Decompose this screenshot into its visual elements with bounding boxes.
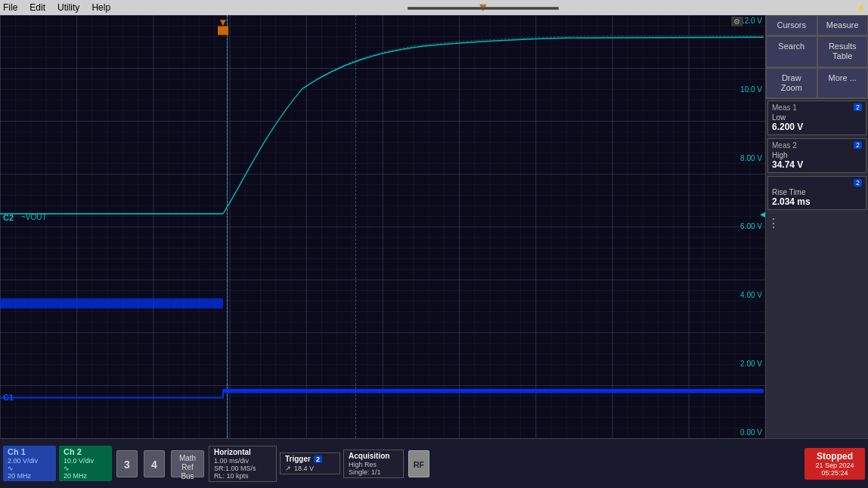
menu-file[interactable]: File: [3, 2, 17, 13]
meas2-label: Meas 2: [772, 141, 797, 150]
horizontal-rl: RL: 10 kpts: [214, 472, 271, 480]
ch2-bw: 20 MHz: [64, 472, 107, 480]
rf-button[interactable]: RF: [408, 450, 429, 477]
math-ref-bus-button[interactable]: Math Ref Bus: [171, 450, 204, 477]
menu-utility[interactable]: Utility: [57, 2, 79, 13]
scope-display: 12.0 V 10.0 V 8.00 V 6.00 V 4.00 V 2.00 …: [0, 15, 765, 438]
svg-rect-1: [223, 389, 764, 394]
ch1-icon: ∿: [8, 465, 51, 472]
acquisition-mode: High Res: [349, 461, 398, 468]
results-table-button[interactable]: Results Table: [817, 36, 869, 66]
dots-menu[interactable]: ⋮: [766, 215, 781, 232]
waveform-display: ▼ ◀: [0, 15, 765, 438]
vout-label: ~VOUT: [21, 213, 47, 221]
menu-bar: File Edit Utility Help ▼ ⚡: [0, 0, 868, 15]
right-panel: Cursors Measure Search Results Table Dra…: [765, 15, 868, 438]
second-button-row: Search Results Table: [766, 36, 868, 67]
ch2-label: C2: [3, 213, 14, 222]
ch1-label: C1: [3, 393, 14, 402]
meas2-value: 34.74 V: [772, 159, 862, 170]
horizontal-info: Horizontal 1.00 ms/div SR:1.00 MS/s RL: …: [209, 446, 277, 482]
ch1-info: Ch 1 2.00 V/div ∿ 20 MHz: [3, 446, 56, 481]
acquisition-info: Single: 1/1: [349, 468, 398, 476]
menu-help[interactable]: Help: [91, 2, 110, 13]
ch1-bw: 20 MHz: [8, 472, 51, 480]
svg-rect-0: [0, 298, 223, 309]
ch2-icon: ∿: [64, 465, 107, 472]
meas1-value: 6.200 V: [772, 122, 862, 132]
draw-zoom-button[interactable]: Draw Zoom: [766, 68, 817, 98]
cursors-button[interactable]: Cursors: [766, 15, 817, 36]
btn4[interactable]: 4: [144, 450, 165, 477]
ch2-vdiv: 10.0 V/div: [64, 457, 107, 465]
meas2-ch-badge: 2: [854, 141, 862, 149]
meas2-box: Meas 2 2 High 34.74 V: [767, 138, 866, 173]
meas3-ch-badge: 2: [854, 179, 862, 187]
scope-icon: ⚡: [856, 4, 865, 12]
stopped-date: 21 Sep 2024: [815, 462, 854, 469]
scope-corner-icon: ⚙: [731, 17, 742, 26]
ch1-vdiv: 2.00 V/div: [8, 457, 51, 465]
acquisition-info: Acquisition High Res Single: 1/1: [343, 449, 404, 478]
btn3[interactable]: 3: [116, 450, 138, 477]
menu-edit[interactable]: Edit: [29, 2, 45, 13]
horizontal-title: Horizontal: [214, 448, 271, 456]
meas2-type: High: [772, 151, 862, 159]
trigger-slope: ↗: [285, 465, 291, 472]
top-button-row: Cursors Measure: [766, 15, 868, 36]
ch2-title: Ch 2: [64, 447, 107, 456]
status-bar: Ch 1 2.00 V/div ∿ 20 MHz Ch 2 10.0 V/div…: [0, 438, 868, 488]
meas3-value: 2.034 ms: [772, 196, 862, 207]
measure-button[interactable]: Measure: [817, 15, 869, 36]
meas1-type: Low: [772, 113, 862, 122]
ch1-title: Ch 1: [8, 447, 51, 456]
stopped-button[interactable]: Stopped 21 Sep 2024 05:25:24: [804, 448, 865, 480]
horizontal-sr: SR:1.00 MS/s: [214, 465, 271, 472]
third-button-row: Draw Zoom More ...: [766, 68, 868, 99]
stopped-label: Stopped: [817, 451, 853, 462]
ch2-info: Ch 2 10.0 V/div ∿ 20 MHz: [59, 446, 112, 481]
meas3-box: 2 Rise Time 2.034 ms: [767, 176, 866, 210]
main-content: 12.0 V 10.0 V 8.00 V 6.00 V 4.00 V 2.00 …: [0, 15, 868, 438]
trigger-title: Trigger: [285, 455, 311, 463]
meas1-box: Meas 1 2 Low 6.200 V: [767, 100, 866, 135]
horizontal-timebase: 1.00 ms/div: [214, 457, 271, 465]
trigger-level: 18.4 V: [294, 465, 314, 472]
trigger-ch-badge: 2: [314, 456, 322, 463]
stopped-time: 05:25:24: [821, 469, 848, 477]
meas3-type: Rise Time: [772, 188, 862, 196]
search-button[interactable]: Search: [766, 36, 817, 66]
meas1-label: Meas 1: [772, 103, 797, 112]
trigger-info: Trigger 2 ↗ 18.4 V: [280, 452, 340, 474]
svg-text:▼: ▼: [218, 16, 228, 28]
svg-rect-3: [218, 26, 228, 36]
svg-text:◀: ◀: [760, 208, 765, 220]
acquisition-title: Acquisition: [349, 452, 398, 460]
meas1-ch-badge: 2: [854, 103, 862, 111]
more-button[interactable]: More ...: [817, 68, 869, 98]
